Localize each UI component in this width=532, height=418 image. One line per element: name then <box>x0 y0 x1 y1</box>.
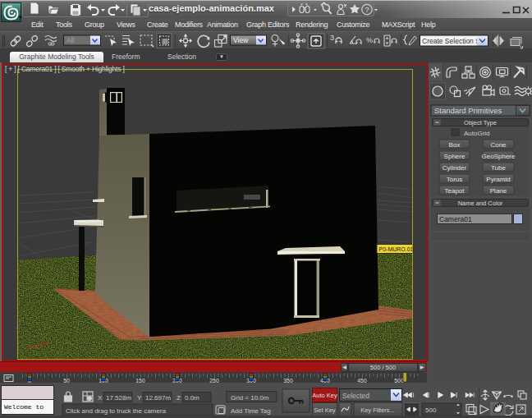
svg-text:Auto Key: Auto Key <box>312 392 337 399</box>
svg-text:AutoGrid: AutoGrid <box>464 130 490 137</box>
svg-text:View: View <box>233 36 249 44</box>
svg-text:Create Selection S: Create Selection S <box>422 37 480 45</box>
svg-text:Tube: Tube <box>491 164 506 172</box>
svg-text:Sphere: Sphere <box>444 153 466 160</box>
svg-text:Click and drag to truck the ca: Click and drag to truck the camera <box>66 407 166 415</box>
svg-text:0.0m: 0.0m <box>185 394 200 402</box>
svg-text:Name and Color: Name and Color <box>458 200 503 207</box>
svg-text:Cone: Cone <box>490 141 507 149</box>
svg-text:Key Filters...: Key Filters... <box>360 407 395 414</box>
svg-text:Cylinder: Cylinder <box>443 164 467 172</box>
svg-text:Plane: Plane <box>490 187 507 195</box>
svg-text:3: 3 <box>330 34 334 42</box>
svg-text:500: 500 <box>425 407 437 414</box>
svg-text:Set Key: Set Key <box>314 407 336 414</box>
svg-text:?: ? <box>365 6 369 14</box>
svg-text:12.697m: 12.697m <box>145 394 171 402</box>
svg-text:Grid = 10.0m: Grid = 10.0m <box>231 394 269 402</box>
svg-text:X:: X: <box>98 394 104 402</box>
svg-text:Torus: Torus <box>447 176 463 183</box>
svg-text:Teapot: Teapot <box>444 187 465 195</box>
svg-text:GeoSphere: GeoSphere <box>482 153 516 160</box>
svg-text:Camera01: Camera01 <box>439 215 472 223</box>
svg-text:Z:: Z: <box>177 394 182 402</box>
svg-text:Y:: Y: <box>137 394 143 402</box>
svg-text:All: All <box>66 36 75 44</box>
svg-text:Add Time Tag: Add Time Tag <box>231 407 271 415</box>
svg-text:Box: Box <box>449 141 461 149</box>
svg-text:Selected: Selected <box>342 392 369 400</box>
svg-text:Object Type: Object Type <box>464 119 497 126</box>
svg-text:17.528m: 17.528m <box>106 394 131 402</box>
svg-text:Standard Primitives: Standard Primitives <box>434 106 502 115</box>
svg-text:Pyramid: Pyramid <box>486 176 510 183</box>
svg-text:%: % <box>366 36 373 44</box>
